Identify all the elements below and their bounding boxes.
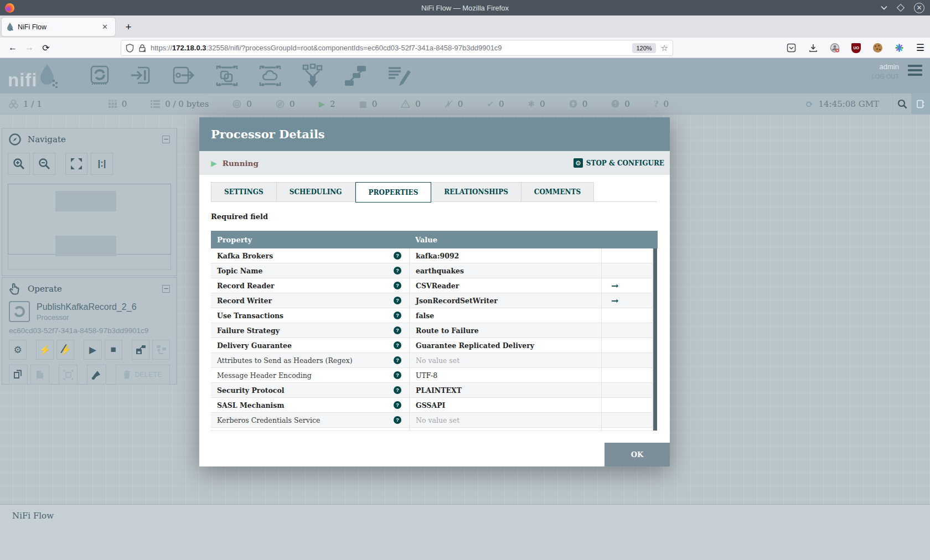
property-row[interactable]: Kerberos Service Name?No value set <box>211 428 658 431</box>
group-button[interactable] <box>59 365 78 385</box>
ok-button[interactable]: OK <box>604 443 670 466</box>
dialog-status-strip: ▶ Running ⚙ STOP & CONFIGURE <box>199 151 670 175</box>
tab-close-icon[interactable]: ✕ <box>99 22 111 32</box>
zoom-fit-button[interactable] <box>65 153 87 175</box>
multi-account-icon[interactable] <box>895 43 905 53</box>
help-icon[interactable]: ? <box>394 282 401 289</box>
configure-button[interactable]: ⚙ <box>9 340 27 360</box>
zoom-out-button[interactable] <box>33 153 55 175</box>
drag-processor-icon[interactable] <box>89 65 110 87</box>
new-tab-button[interactable]: + <box>121 19 136 35</box>
account-icon[interactable] <box>830 43 840 53</box>
window-minimize-icon[interactable] <box>881 6 887 10</box>
property-row[interactable]: Message Header Encoding?UTF-8 <box>211 368 658 383</box>
property-name-cell: Kerberos Service Name? <box>211 428 409 431</box>
help-icon[interactable]: ? <box>394 401 401 409</box>
drag-output-port-icon[interactable] <box>172 65 195 86</box>
disable-button[interactable]: ⚡ <box>56 340 74 360</box>
help-icon[interactable]: ? <box>394 386 401 394</box>
ublock-origin-icon[interactable]: UO <box>851 43 861 53</box>
help-icon[interactable]: ? <box>394 356 401 364</box>
breadcrumb-nifi-flow[interactable]: NiFi Flow <box>0 505 930 521</box>
stop-and-configure-button[interactable]: ⚙ STOP & CONFIGURE <box>574 158 664 168</box>
window-maximize-icon[interactable] <box>897 4 905 12</box>
operate-collapse-icon[interactable]: − <box>162 285 170 293</box>
tracking-shield-icon[interactable] <box>126 44 134 53</box>
birdseye-minimap[interactable] <box>8 184 171 255</box>
logout-link[interactable]: LOG OUT <box>871 73 899 80</box>
goto-controller-service-icon[interactable]: → <box>611 295 618 306</box>
delete-button[interactable]: DELETE <box>116 365 170 385</box>
property-row[interactable]: Attributes to Send as Headers (Regex)?No… <box>211 353 658 368</box>
tab-scheduling[interactable]: SCHEDULING <box>277 182 355 202</box>
zoom-in-button[interactable] <box>8 153 30 175</box>
table-scrollbar-thumb[interactable] <box>653 248 657 431</box>
property-row[interactable]: Failure Strategy?Route to Failure <box>211 323 658 338</box>
zoom-actual-size-button[interactable]: |:| <box>91 153 113 175</box>
property-row[interactable]: Kerberos Credentials Service?No value se… <box>211 413 658 428</box>
refresh-icon[interactable]: ⟳ <box>805 98 813 110</box>
help-icon[interactable]: ? <box>394 252 401 260</box>
downloads-icon[interactable] <box>808 43 818 53</box>
tab-properties[interactable]: PROPERTIES <box>355 182 432 203</box>
goto-service-cell <box>601 323 658 338</box>
navigate-collapse-icon[interactable]: − <box>162 136 170 143</box>
tab-comments[interactable]: COMMENTS <box>521 182 594 202</box>
start-button[interactable]: ▶ <box>84 340 101 360</box>
back-button[interactable]: ← <box>4 43 21 53</box>
paste-button[interactable] <box>30 365 49 385</box>
goto-service-cell[interactable]: → <box>601 293 658 308</box>
search-button[interactable] <box>892 94 911 114</box>
drag-input-port-icon[interactable] <box>130 65 152 86</box>
help-icon[interactable]: ? <box>394 416 401 424</box>
property-row[interactable]: Delivery Guarantee?Guarantee Replicated … <box>211 338 658 353</box>
menu-hamburger-icon[interactable]: ☰ <box>916 42 924 54</box>
drag-label-icon[interactable] <box>387 65 411 87</box>
property-row[interactable]: Record Reader?CSVReader→ <box>211 278 658 293</box>
bookmark-star-icon[interactable]: ☆ <box>661 43 668 53</box>
drag-remote-process-group-icon[interactable] <box>259 65 282 87</box>
drag-funnel-icon[interactable] <box>302 64 324 88</box>
asterisk-icon: ✱ <box>528 99 535 109</box>
property-name-cell: Kafka Brokers? <box>211 248 409 263</box>
property-row[interactable]: Topic Name?earthquakes <box>211 263 658 278</box>
property-row[interactable]: Use Transactions?false <box>211 308 658 323</box>
url-text: https://172.18.0.3:32558/nifi/?processGr… <box>151 44 632 52</box>
help-icon[interactable]: ? <box>394 326 401 334</box>
property-row[interactable]: SASL Mechanism?GSSAPI <box>211 398 658 413</box>
revert-flow-version-button[interactable] <box>152 340 170 360</box>
property-row[interactable]: Kafka Brokers?kafka:9092 <box>211 248 658 263</box>
browser-tab[interactable]: NiFi Flow ✕ <box>2 18 115 36</box>
reload-button[interactable]: ⟳ <box>38 43 54 53</box>
property-row[interactable]: Record Writer?JsonRecordSetWriter→ <box>211 293 658 308</box>
last-refresh-time: 14:45:08 GMT <box>819 99 879 109</box>
help-icon[interactable]: ? <box>394 341 401 349</box>
pocket-icon[interactable] <box>787 43 797 53</box>
help-icon[interactable]: ? <box>394 312 401 319</box>
drag-process-group-icon[interactable] <box>215 65 239 87</box>
stop-button[interactable]: ■ <box>105 340 122 360</box>
birdseye-toggle-button[interactable] <box>911 94 930 114</box>
table-scrollbar[interactable] <box>652 248 658 431</box>
tab-relationships[interactable]: RELATIONSHIPS <box>431 182 521 202</box>
url-bar[interactable]: https://172.18.0.3:32558/nifi/?processGr… <box>121 40 673 56</box>
operate-panel: Operate − PublishKafkaRecord_2_6 Process… <box>2 277 177 385</box>
copy-button[interactable] <box>9 365 28 385</box>
forward-button[interactable]: → <box>21 43 38 53</box>
help-icon[interactable]: ? <box>394 297 401 304</box>
window-close-icon[interactable]: ✕ <box>914 3 924 13</box>
change-color-button[interactable] <box>87 365 106 385</box>
drag-connection-icon[interactable] <box>344 65 367 87</box>
enable-button[interactable]: ⚡ <box>36 340 54 360</box>
tab-settings[interactable]: SETTINGS <box>211 182 277 202</box>
goto-service-cell[interactable]: → <box>601 278 658 293</box>
save-flow-version-button[interactable] <box>132 340 149 360</box>
page-zoom-badge[interactable]: 120% <box>632 43 655 53</box>
cookie-extension-icon[interactable] <box>873 43 883 53</box>
help-icon[interactable]: ? <box>394 267 401 274</box>
global-menu-icon[interactable] <box>908 65 922 78</box>
connection-lock-icon[interactable] <box>138 44 146 53</box>
goto-controller-service-icon[interactable]: → <box>611 281 618 291</box>
property-row[interactable]: Security Protocol?PLAINTEXT <box>211 383 658 398</box>
help-icon[interactable]: ? <box>394 371 401 379</box>
